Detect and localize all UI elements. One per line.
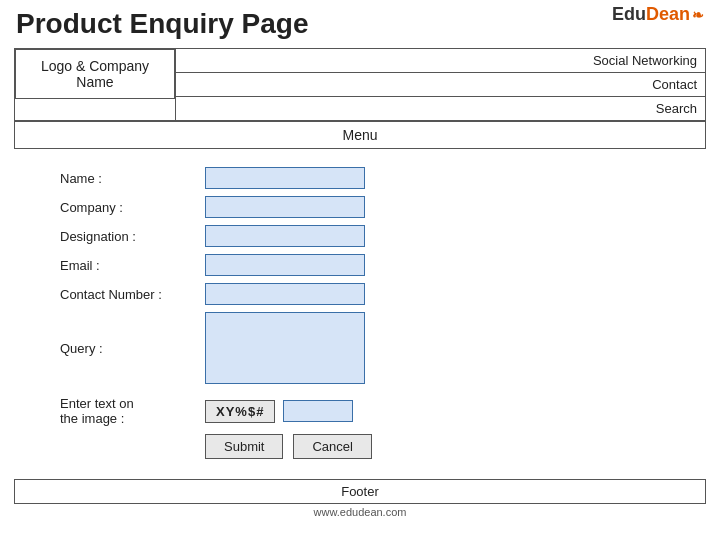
email-row: Email : [60, 254, 660, 276]
query-row: Query : [60, 312, 660, 384]
email-input[interactable] [205, 254, 365, 276]
company-input[interactable] [205, 196, 365, 218]
cancel-button[interactable]: Cancel [293, 434, 371, 459]
brand-icon: ❧ [692, 7, 704, 23]
brand-logo: EduDean❧ [612, 4, 704, 25]
captcha-text: XY%$# [205, 400, 275, 423]
logo-company: Logo & Company Name [15, 49, 175, 99]
captcha-row: Enter text onthe image : XY%$# [60, 396, 660, 426]
name-label: Name : [60, 171, 205, 186]
nav-right: Social Networking Contact Search [175, 49, 705, 120]
main-content: Name : Company : Designation : Email : C… [0, 149, 720, 479]
contact-nav: Contact [175, 73, 705, 97]
contact-label: Contact Number : [60, 287, 205, 302]
designation-row: Designation : [60, 225, 660, 247]
captcha-label: Enter text onthe image : [60, 396, 205, 426]
contact-row: Contact Number : [60, 283, 660, 305]
action-row: Submit Cancel [205, 434, 660, 459]
brand-edu: Edu [612, 4, 646, 25]
footer-url: www.edudean.com [0, 506, 720, 518]
company-row: Company : [60, 196, 660, 218]
query-textarea[interactable] [205, 312, 365, 384]
captcha-input[interactable] [283, 400, 353, 422]
company-label: Company : [60, 200, 205, 215]
footer-bar: Footer [14, 479, 706, 504]
email-label: Email : [60, 258, 205, 273]
social-networking: Social Networking [175, 49, 705, 73]
designation-input[interactable] [205, 225, 365, 247]
designation-label: Designation : [60, 229, 205, 244]
search-nav: Search [175, 97, 705, 120]
header: Logo & Company Name Social Networking Co… [14, 48, 706, 121]
submit-button[interactable]: Submit [205, 434, 283, 459]
brand-dean: Dean [646, 4, 690, 25]
contact-input[interactable] [205, 283, 365, 305]
query-label: Query : [60, 341, 205, 356]
name-input[interactable] [205, 167, 365, 189]
name-row: Name : [60, 167, 660, 189]
menu-bar: Menu [14, 121, 706, 149]
